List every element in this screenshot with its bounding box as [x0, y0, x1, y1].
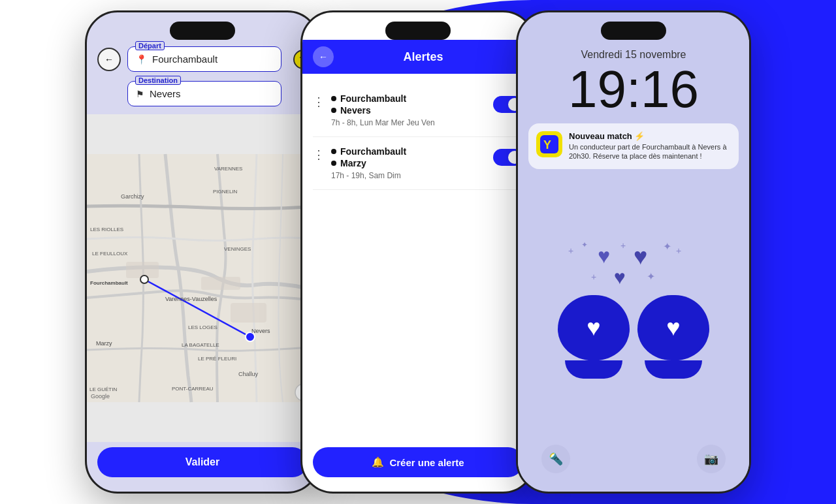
create-alert-button[interactable]: 🔔 Créer une alerte [313, 447, 523, 477]
stop-dot-from-1 [331, 96, 336, 101]
sparkle-3: ✦ [663, 240, 671, 253]
p3-date: Vendredi 15 novembre [528, 49, 739, 61]
alert-route-1: Fourchambault Nevers 7h - 8h, Lun Mar Me… [331, 93, 487, 127]
phone-3-content: Vendredi 15 novembre 19:16 Y Nouveau mat… [518, 40, 749, 482]
stop-dot-from-2 [331, 149, 336, 154]
alert-to-2: Marzy [331, 158, 487, 168]
svg-rect-3 [231, 303, 266, 323]
svg-text:Y: Y [543, 138, 551, 151]
svg-text:LE PRÉ FLEURI: LE PRÉ FLEURI [198, 356, 236, 362]
depart-field-group: Départ 📍 Fourchambault ⇅ [127, 46, 308, 72]
alert-item-1: ⋮ Fourchambault Nevers 7h [313, 84, 523, 137]
svg-text:Fourchambault: Fourchambault [90, 280, 128, 286]
flashlight-button[interactable]: 🔦 [541, 445, 570, 473]
dynamic-island-3 [601, 22, 666, 40]
svg-point-5 [140, 276, 148, 283]
svg-text:LES LOGES: LES LOGES [188, 324, 217, 330]
blob-heart-1: ♥ [587, 314, 600, 341]
alert-list: ⋮ Fourchambault Nevers 7h [302, 74, 534, 442]
characters-row: ♥ ♥ [558, 295, 709, 379]
alert-route-2: Fourchambault Marzy 17h - 19h, Sam Dim [331, 146, 487, 180]
blob-foot-1 [565, 360, 622, 379]
blob-body-2: ♥ [637, 295, 709, 360]
hearts-decoration: + ✦ ♥ + ♥ ✦ + ♥ + ✦ [562, 239, 705, 291]
notification-app-icon: Y [536, 131, 562, 157]
svg-text:Google: Google [91, 393, 110, 400]
destination-value: Nevers [150, 88, 181, 99]
svg-text:Garchizy: Garchizy [121, 193, 144, 200]
bell-icon: 🔔 [372, 456, 384, 468]
dynamic-island-1 [170, 22, 235, 40]
svg-text:LE GUÉTIN: LE GUÉTIN [89, 386, 117, 392]
plus-1: + [620, 240, 626, 251]
notification-title: Nouveau match ⚡ [569, 131, 731, 141]
validate-button[interactable]: Valider [97, 447, 308, 477]
heart-3: ♥ [614, 266, 626, 289]
p3-time: 19:16 [528, 63, 739, 116]
alert-schedule-1: 7h - 8h, Lun Mar Mer Jeu Ven [331, 118, 487, 127]
back-button-1[interactable]: ← [97, 48, 121, 71]
p2-topbar: ← Alertes [302, 40, 534, 74]
sparkle-2: ✦ [581, 240, 588, 249]
stop-dot-to-1 [331, 108, 336, 113]
phone-2: ← Alertes ⋮ Fourchambault [300, 10, 536, 494]
flashlight-icon: 🔦 [549, 452, 563, 466]
notification-body: Un conducteur part de Fourchambault à Ne… [569, 142, 731, 161]
back-button-2[interactable]: ← [313, 46, 334, 67]
alert-stops-2: Fourchambault Marzy [331, 146, 487, 168]
alert-menu-1[interactable]: ⋮ [313, 93, 325, 109]
scene: ← Départ 📍 Fourchambault ⇅ Destination [0, 0, 836, 504]
alert-to-1: Nevers [331, 105, 487, 116]
destination-icon: ⚑ [136, 89, 144, 99]
svg-text:Challuy: Challuy [238, 371, 259, 377]
svg-text:LA BAGATELLE: LA BAGATELLE [182, 342, 219, 348]
destination-field-group: Destination ⚑ Nevers [127, 81, 308, 106]
camera-icon: 📷 [704, 452, 718, 466]
sparkle-4: + [676, 245, 681, 256]
plus-2: + [591, 272, 596, 282]
camera-button[interactable]: 📷 [697, 445, 726, 473]
blob-character-1: ♥ [558, 295, 630, 379]
svg-text:Varennes-Vauzelles: Varennes-Vauzelles [165, 296, 217, 302]
p1-fields: Départ 📍 Fourchambault ⇅ Destination ⚑ N… [127, 46, 308, 109]
depart-value: Fourchambault [152, 54, 217, 65]
phone-1-content: ← Départ 📍 Fourchambault ⇅ Destination [87, 40, 318, 482]
alert-item-2: ⋮ Fourchambault Marzy 17h [313, 137, 523, 190]
heart-2: ♥ [634, 243, 647, 270]
phone-2-content: ← Alertes ⋮ Fourchambault [302, 40, 534, 482]
svg-text:Nevers: Nevers [251, 328, 270, 334]
svg-text:LE FEULLOUX: LE FEULLOUX [92, 251, 128, 257]
p3-bottombar: 🔦 📷 [528, 438, 739, 476]
svg-text:PONT-CARREAU: PONT-CARREAU [172, 386, 214, 392]
depart-label: Départ [135, 41, 165, 50]
blob-body-1: ♥ [558, 295, 630, 360]
alert-stops-1: Fourchambault Nevers [331, 93, 487, 116]
blob-foot-2 [645, 360, 702, 379]
alert-schedule-2: 17h - 19h, Sam Dim [331, 171, 487, 180]
destination-label: Destination [135, 76, 181, 85]
phone-3: Vendredi 15 novembre 19:16 Y Nouveau mat… [516, 10, 751, 494]
blob-heart-2: ♥ [666, 314, 680, 341]
stop-dot-to-2 [331, 161, 336, 166]
map-area: Garchizy VARENNES PIGNELIN LES RIOLLES L… [87, 114, 318, 442]
p2-title: Alertes [342, 50, 505, 64]
depart-icon: 📍 [136, 54, 147, 65]
blob-character-2: ♥ [637, 295, 709, 379]
create-alert-label: Créer une alerte [389, 457, 464, 468]
sparkle-1: + [568, 245, 573, 256]
heart-1: ♥ [598, 244, 610, 268]
illustration-area: + ✦ ♥ + ♥ ✦ + ♥ + ✦ ♥ [528, 180, 739, 438]
alert-from-2: Fourchambault [331, 146, 487, 157]
svg-rect-2 [201, 277, 240, 290]
alert-from-1: Fourchambault [331, 93, 487, 104]
notification-card: Y Nouveau match ⚡ Un conducteur part de … [528, 123, 739, 169]
alert-menu-2[interactable]: ⋮ [313, 146, 325, 162]
notification-text-area: Nouveau match ⚡ Un conducteur part de Fo… [569, 131, 731, 161]
svg-text:VARENNES: VARENNES [214, 166, 242, 172]
dynamic-island-2 [385, 22, 451, 40]
sparkle-5: ✦ [647, 270, 655, 283]
p1-header: ← Départ 📍 Fourchambault ⇅ Destination [87, 40, 318, 114]
phone-1: ← Départ 📍 Fourchambault ⇅ Destination [85, 10, 320, 494]
svg-text:Marzy: Marzy [96, 340, 112, 347]
svg-text:PIGNELIN: PIGNELIN [213, 189, 238, 195]
